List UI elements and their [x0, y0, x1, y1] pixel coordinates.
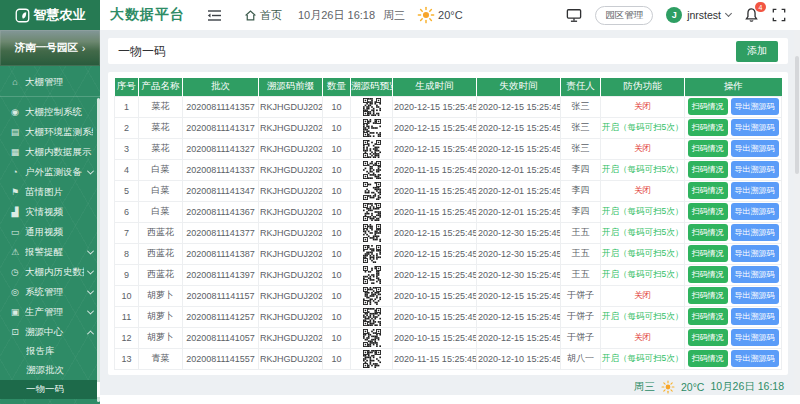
scan-status-button[interactable]: 扫码情况 — [688, 350, 728, 367]
qr-code-image[interactable] — [352, 329, 391, 347]
qr-code-image[interactable] — [352, 161, 391, 179]
sidebar-item-outdoor-devices[interactable]: ◔户外监测设备 — [0, 162, 100, 182]
qr-code-image[interactable] — [352, 308, 391, 326]
sidebar-item-label: 大棚内数据展示 — [25, 146, 93, 159]
export-codes-button[interactable]: 导出溯源码 — [731, 98, 779, 115]
export-codes-button[interactable]: 导出溯源码 — [731, 287, 779, 304]
qr-code-image[interactable] — [352, 245, 391, 263]
cell-actions: 扫码情况导出溯源码作废 — [685, 117, 782, 138]
sidebar-item-trace-center[interactable]: ⊡溯源中心 — [0, 322, 100, 342]
greenhouse-icon: ⌂ — [9, 77, 21, 87]
export-codes-button[interactable]: 导出溯源码 — [731, 350, 779, 367]
sidebar-item-production-manage[interactable]: ▣生产管理 — [0, 302, 100, 322]
chevron-down-icon — [87, 307, 94, 314]
park-manage-button[interactable]: 园区管理 — [595, 6, 653, 25]
sidebar-subitem-report-library[interactable]: 报告库 — [0, 342, 100, 361]
scan-status-button[interactable]: 扫码情况 — [688, 245, 728, 262]
sidebar-item-seedling-photos[interactable]: ⚑苗情图片 — [0, 182, 100, 202]
scan-status-button[interactable]: 扫码情况 — [688, 203, 728, 220]
export-codes-button[interactable]: 导出溯源码 — [731, 161, 779, 178]
export-codes-button[interactable]: 导出溯源码 — [731, 266, 779, 283]
table-row: 7西蓝花20200811141377RKJHGDUJ2022102020-12-… — [115, 222, 782, 243]
anti-fake-status: 开启（每码可扫5次） — [602, 164, 683, 174]
export-codes-button[interactable]: 导出溯源码 — [731, 224, 779, 241]
monitor-icon[interactable] — [566, 8, 582, 23]
scan-status-button[interactable]: 扫码情况 — [688, 266, 728, 283]
home-nav[interactable]: 首页 — [244, 8, 282, 23]
qr-code-image[interactable] — [352, 203, 391, 221]
history-data-icon: ◷ — [9, 267, 21, 277]
scan-status-button[interactable]: 扫码情况 — [688, 182, 728, 199]
cell-qr-preview — [351, 96, 393, 117]
sidebar-item-greenhouse-data-display[interactable]: ▦大棚内数据展示 — [0, 142, 100, 162]
sidebar-item-greenhouse-history[interactable]: ◷大棚内历史数据 — [0, 262, 100, 282]
cell-actions: 扫码情况导出溯源码作废 — [685, 306, 782, 327]
qr-code-image[interactable] — [352, 224, 391, 242]
export-codes-button[interactable]: 导出溯源码 — [731, 329, 779, 346]
page-title: 一物一码 — [118, 43, 166, 60]
park-banner[interactable]: 济南一号园区 › — [0, 30, 100, 66]
cell-anti-fake: 开启（每码可扫5次） — [601, 117, 685, 138]
cell-quantity: 10 — [323, 348, 351, 369]
scrollbar-thumb[interactable] — [795, 56, 799, 174]
cell-owner: 李四 — [561, 159, 601, 180]
export-codes-button[interactable]: 导出溯源码 — [731, 119, 779, 136]
export-codes-button[interactable]: 导出溯源码 — [731, 245, 779, 262]
qr-code-image[interactable] — [352, 140, 391, 158]
column-header: 失效时间 — [477, 78, 561, 96]
scan-status-button[interactable]: 扫码情况 — [688, 308, 728, 325]
footer-weekday: 周三 — [634, 380, 655, 394]
data-display-icon: ▦ — [9, 147, 21, 157]
cell-expire-time: 2020-12-30 15:25:45 — [477, 264, 561, 285]
qr-code-image[interactable] — [352, 266, 391, 284]
export-codes-button[interactable]: 导出溯源码 — [731, 203, 779, 220]
anti-fake-status: 关闭 — [634, 290, 651, 300]
qr-code-image[interactable] — [352, 182, 391, 200]
trace-center-icon: ⊡ — [9, 327, 21, 337]
cell-created-time: 2020-12-15 15:25:45 — [393, 222, 477, 243]
seedling-photo-icon: ⚑ — [9, 187, 21, 197]
export-codes-button[interactable]: 导出溯源码 — [731, 140, 779, 157]
sidebar-subitem-trace-batch[interactable]: 溯源批次 — [0, 361, 100, 380]
qr-code-image[interactable] — [352, 119, 391, 137]
qr-code-image[interactable] — [352, 350, 391, 368]
sidebar-item-disaster-video[interactable]: ▟灾情视频 — [0, 202, 100, 222]
table-row: 6白菜20200811141367RKJHGDUJ2022102020-11-1… — [115, 201, 782, 222]
control-system-icon: ◉ — [9, 107, 21, 117]
scan-status-button[interactable]: 扫码情况 — [688, 98, 728, 115]
cell-batch: 20200811141347 — [183, 180, 259, 201]
sidebar-item-general-video[interactable]: ▭通用视频 — [0, 222, 100, 242]
menu-divider — [0, 96, 100, 97]
cell-quantity: 10 — [323, 201, 351, 222]
qr-code-image[interactable] — [352, 98, 391, 116]
sidebar-item-greenhouse-env-monitor[interactable]: ▤大棚环境监测系统 — [0, 122, 100, 142]
cell-created-time: 2020-10-15 15:25:45 — [393, 285, 477, 306]
cell-product-name: 西蓝花 — [139, 222, 183, 243]
user-menu[interactable]: J jnrstest — [666, 7, 731, 23]
fullscreen-icon[interactable] — [772, 8, 786, 22]
cell-product-name: 青菜 — [139, 348, 183, 369]
qr-code-image[interactable] — [352, 287, 391, 305]
scan-status-button[interactable]: 扫码情况 — [688, 224, 728, 241]
notifications[interactable]: 4 — [744, 7, 759, 23]
scan-status-button[interactable]: 扫码情况 — [688, 161, 728, 178]
sidebar-item-alarm-remind[interactable]: ⚠报警提醒 — [0, 242, 100, 262]
cell-quantity: 10 — [323, 96, 351, 117]
general-video-icon: ▭ — [9, 227, 21, 237]
menu-fold-icon[interactable] — [207, 9, 222, 22]
sidebar-item-greenhouse-manage[interactable]: ⌂大棚管理 — [0, 72, 100, 92]
cell-index: 5 — [115, 180, 139, 201]
sidebar-item-system-manage[interactable]: ◎系统管理 — [0, 282, 100, 302]
scan-status-button[interactable]: 扫码情况 — [688, 140, 728, 157]
add-button[interactable]: 添加 — [736, 41, 778, 62]
chevron-down-icon — [725, 10, 732, 17]
cell-product-name: 白菜 — [139, 159, 183, 180]
export-codes-button[interactable]: 导出溯源码 — [731, 308, 779, 325]
scan-status-button[interactable]: 扫码情况 — [688, 287, 728, 304]
export-codes-button[interactable]: 导出溯源码 — [731, 182, 779, 199]
sidebar-item-greenhouse-control[interactable]: ◉大棚控制系统 — [0, 102, 100, 122]
scan-status-button[interactable]: 扫码情况 — [688, 329, 728, 346]
sidebar-subitem-one-item-one-code[interactable]: 一物一码 — [0, 380, 100, 399]
main-scrollbar[interactable] — [794, 30, 800, 395]
scan-status-button[interactable]: 扫码情况 — [688, 119, 728, 136]
